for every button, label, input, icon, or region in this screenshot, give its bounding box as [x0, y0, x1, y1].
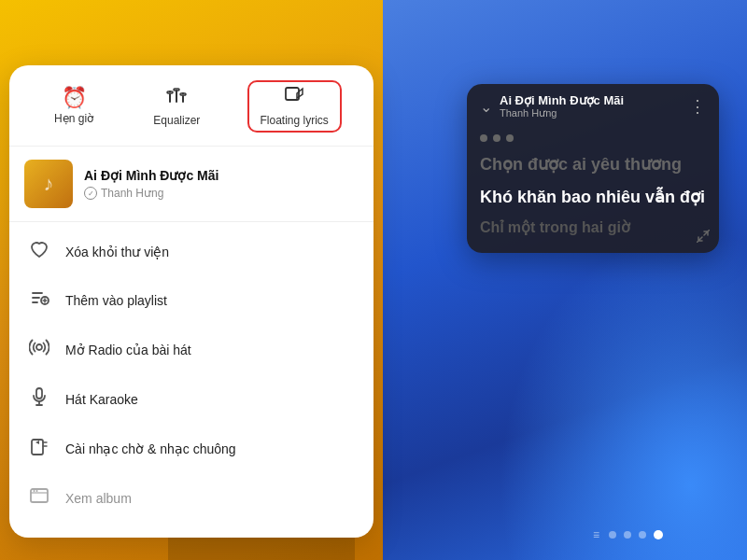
svg-point-10 [36, 344, 42, 350]
album-icon [28, 485, 50, 511]
menu-item-cai-nhac-cho[interactable]: Cài nhạc chờ & nhạc chuông [9, 424, 374, 473]
song-title: Ai Đợi Mình Được Mãi [84, 168, 355, 183]
tab-hen-gio[interactable]: ⏰ Hẹn giờ [41, 82, 106, 131]
tab-hen-gio-label: Hẹn giờ [54, 112, 93, 125]
alarm-icon: ⏰ [62, 88, 87, 108]
lines-icon: ≡ [593, 528, 599, 541]
menu-item-hat-karaoke-label: Hát Karaoke [65, 392, 138, 407]
floating-lyrics-icon [284, 86, 304, 110]
menu-sheet: ⏰ Hẹn giờ Equalizer [9, 65, 374, 538]
song-artist: ✓ Thanh Hưng [84, 187, 355, 200]
menu-item-xem-album[interactable]: Xem album [9, 473, 374, 523]
menu-item-them-playlist-label: Thêm vào playlist [65, 293, 167, 308]
bottom-indicator: ≡ [593, 528, 663, 541]
lyrics-header-left: ⌄ Ai Đợi Mình Được Mãi Thanh Hưng [480, 93, 624, 119]
lyrics-widget: ⌄ Ai Đợi Mình Được Mãi Thanh Hưng ⋮ Chọn… [467, 84, 719, 253]
svg-point-20 [36, 490, 38, 492]
chevron-down-icon[interactable]: ⌄ [480, 98, 492, 116]
tab-equalizer[interactable]: Equalizer [140, 80, 213, 133]
menu-item-mo-radio-label: Mở Radio của bài hát [65, 343, 191, 357]
svg-rect-2 [176, 90, 177, 103]
indicator-dot-3[interactable] [639, 531, 646, 539]
loading-dots [467, 125, 719, 147]
lyrics-song-title: Ai Đợi Mình Được Mãi [500, 93, 624, 107]
dot-3 [506, 134, 514, 142]
tab-floating-lyrics-label: Floating lyrics [261, 114, 329, 127]
radio-icon [28, 337, 50, 362]
svg-rect-3 [182, 95, 184, 103]
song-info: Ai Đợi Mình Được Mãi ✓ Thanh Hưng [84, 168, 355, 200]
lyrics-line-3: Chỉ một trong hai giờ [480, 218, 706, 238]
heart-icon [28, 240, 50, 263]
indicator-dot-2[interactable] [624, 531, 631, 539]
lyrics-song-info: Ai Đợi Mình Được Mãi Thanh Hưng [500, 93, 624, 119]
lyrics-line-2: Khó khăn bao nhiêu vẫn đợi [480, 186, 706, 209]
menu-item-xem-album-label: Xem album [65, 491, 132, 506]
lyrics-body: Chọn được ai yêu thương Khó khăn bao nhi… [467, 147, 719, 253]
menu-item-hat-karaoke[interactable]: Hát Karaoke [9, 374, 374, 424]
microphone-icon [28, 386, 50, 412]
lyrics-song-artist: Thanh Hưng [500, 107, 624, 119]
tab-equalizer-label: Equalizer [153, 114, 200, 127]
ringtone-icon [28, 436, 50, 461]
playlist-add-icon [28, 287, 50, 313]
song-thumbnail [24, 160, 73, 208]
menu-items-list: Xóa khỏi thư viện Thêm vào playlist [9, 222, 374, 528]
artist-verified-icon: ✓ [84, 187, 97, 200]
svg-point-19 [34, 490, 35, 492]
svg-rect-11 [36, 388, 42, 399]
menu-item-cai-nhac-cho-label: Cài nhạc chờ & nhạc chuông [65, 441, 236, 456]
menu-item-xoa-thu-vien-label: Xóa khỏi thư viện [65, 245, 169, 259]
more-options-icon[interactable]: ⋮ [689, 96, 706, 117]
tab-floating-lyrics[interactable]: Floating lyrics [247, 80, 342, 133]
song-row: Ai Đợi Mình Được Mãi ✓ Thanh Hưng [9, 147, 374, 222]
resize-handle[interactable] [697, 230, 710, 245]
menu-item-mo-radio[interactable]: Mở Radio của bài hát [9, 325, 374, 374]
equalizer-icon [166, 86, 187, 110]
menu-item-xoa-thu-vien[interactable]: Xóa khỏi thư viện [9, 228, 374, 275]
tabs-row: ⏰ Hẹn giờ Equalizer [9, 80, 374, 147]
dot-1 [480, 134, 487, 142]
indicator-dot-1[interactable] [609, 531, 616, 539]
svg-rect-17 [31, 489, 48, 502]
indicator-dot-4[interactable] [654, 530, 663, 539]
lyrics-header: ⌄ Ai Đợi Mình Được Mãi Thanh Hưng ⋮ [467, 84, 719, 125]
menu-item-them-playlist[interactable]: Thêm vào playlist [9, 275, 374, 325]
dot-2 [493, 134, 500, 142]
svg-rect-0 [169, 93, 171, 103]
lyrics-line-1: Chọn được ai yêu thương [480, 153, 706, 176]
